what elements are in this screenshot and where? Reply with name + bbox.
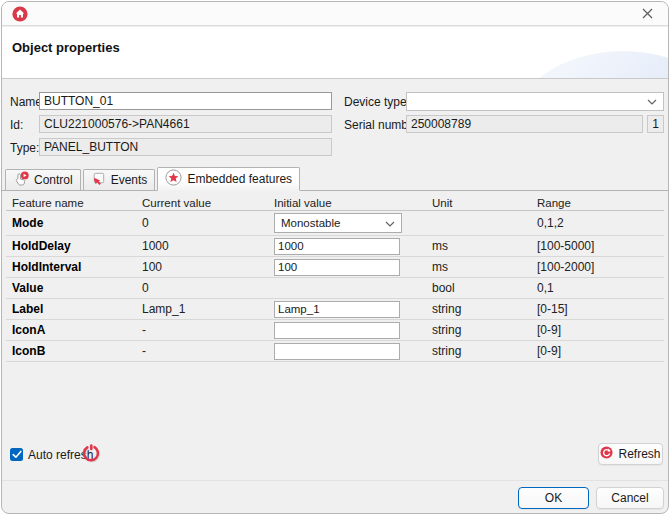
current-value: 0 (142, 281, 274, 295)
tab-label: Embedded features (187, 172, 292, 186)
control-hand-icon (13, 171, 29, 190)
events-icon (91, 171, 106, 189)
current-value: Lamp_1 (142, 302, 274, 316)
feature-name: HoldDelay (12, 239, 142, 253)
label-initial-input[interactable] (274, 301, 400, 318)
icona-initial-input[interactable] (274, 322, 400, 339)
feature-name: Value (12, 281, 142, 295)
refresh-label: Refresh (618, 447, 660, 461)
current-value: - (142, 344, 274, 358)
holdinterval-initial-input[interactable] (274, 259, 400, 276)
table-row: IconA - string [0-9] (6, 320, 664, 341)
serial-extra-field (647, 115, 664, 133)
mode-initial-value: Monostable (281, 217, 340, 229)
current-value: 0 (142, 216, 274, 230)
range: [0-9] (537, 344, 664, 358)
tab-control[interactable]: Control (5, 169, 81, 190)
close-icon (642, 7, 653, 22)
device-type-select[interactable] (406, 92, 664, 111)
auto-refresh-icon (81, 443, 101, 463)
unit: string (432, 302, 537, 316)
unit: string (432, 323, 537, 337)
name-input[interactable] (39, 92, 332, 110)
id-label: Id: (10, 118, 23, 132)
unit: bool (432, 281, 537, 295)
dialog-title: Object properties (12, 40, 120, 55)
feature-name: Label (12, 302, 142, 316)
tab-bar: Control Events Embedded features (2, 167, 668, 191)
tab-events[interactable]: Events (83, 169, 156, 190)
checkmark-icon (12, 448, 22, 462)
col-range: Range (537, 197, 664, 209)
range: [0-15] (537, 302, 664, 316)
range: 0,1 (537, 281, 664, 295)
feature-name: IconA (12, 323, 142, 337)
feature-name: Mode (12, 216, 142, 230)
col-unit: Unit (432, 197, 537, 209)
embedded-features-table: Feature name Current value Initial value… (6, 195, 664, 362)
holddelay-initial-input[interactable] (274, 238, 400, 255)
chevron-down-icon (385, 217, 395, 229)
feature-name: HoldInterval (12, 260, 142, 274)
close-button[interactable] (632, 4, 662, 24)
star-icon (165, 169, 182, 189)
table-row: HoldInterval 100 ms [100-2000] (6, 257, 664, 278)
col-current-value: Current value (142, 197, 274, 209)
col-feature-name: Feature name (12, 197, 142, 209)
unit: ms (432, 239, 537, 253)
iconb-initial-input[interactable] (274, 343, 400, 360)
table-row: Label Lamp_1 string [0-15] (6, 299, 664, 320)
tab-embedded-features[interactable]: Embedded features (157, 167, 300, 191)
object-properties-dialog: Object properties Name: Id: Type: Device… (1, 1, 669, 514)
chevron-down-icon (647, 99, 657, 105)
titlebar (2, 2, 668, 26)
table-row: HoldDelay 1000 ms [100-5000] (6, 236, 664, 257)
table-row: Mode 0 Monostable 0,1,2 (6, 211, 664, 236)
device-type-label: Device type: (344, 95, 410, 109)
refresh-icon (600, 446, 613, 462)
current-value: 100 (142, 260, 274, 274)
feature-name: IconB (12, 344, 142, 358)
mode-initial-select[interactable]: Monostable (274, 213, 402, 233)
range: [0-9] (537, 323, 664, 337)
table-row: IconB - string [0-9] (6, 341, 664, 362)
serial-number-field (406, 115, 643, 133)
dialog-header: Object properties (2, 27, 668, 79)
table-header-row: Feature name Current value Initial value… (6, 195, 664, 211)
cancel-button[interactable]: Cancel (596, 487, 664, 509)
table-row: Value 0 bool 0,1 (6, 278, 664, 299)
range: [100-5000] (537, 239, 664, 253)
col-initial-value: Initial value (274, 197, 432, 209)
footer-divider (2, 480, 668, 481)
range: [100-2000] (537, 260, 664, 274)
id-field (39, 115, 332, 133)
unit: ms (432, 260, 537, 274)
type-label: Type: (10, 141, 39, 155)
auto-refresh-checkbox[interactable] (10, 448, 23, 461)
range: 0,1,2 (537, 216, 664, 230)
unit: string (432, 344, 537, 358)
refresh-button[interactable]: Refresh (598, 443, 663, 465)
type-field (39, 138, 332, 156)
header-decoration (508, 51, 668, 79)
grenton-logo-icon (12, 6, 28, 22)
current-value: 1000 (142, 239, 274, 253)
current-value: - (142, 323, 274, 337)
ok-button[interactable]: OK (518, 487, 589, 509)
tab-label: Control (34, 173, 73, 187)
tab-label: Events (111, 173, 148, 187)
